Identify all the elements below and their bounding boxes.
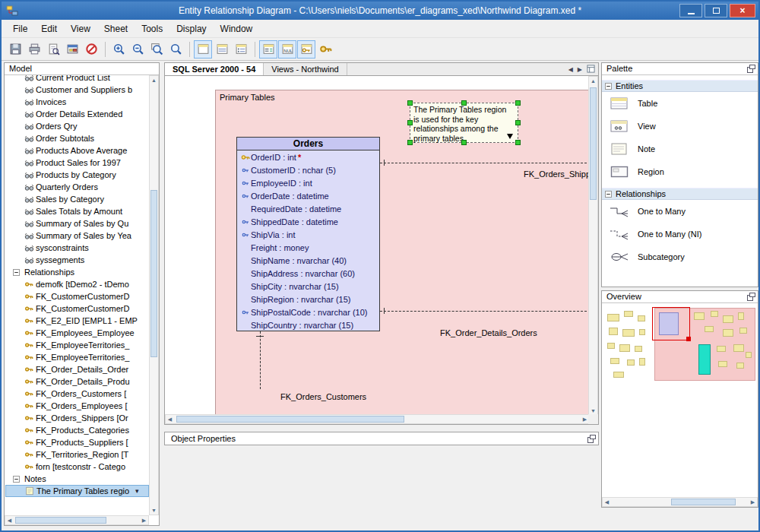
note[interactable]: The Primary Tables region is used for th…	[410, 103, 518, 143]
tree-item-relationship[interactable]: FK_Territories_Region [T	[5, 448, 149, 461]
tree-item-relationship[interactable]: FK_EmployeeTerritories_	[5, 339, 149, 351]
menu-file[interactable]: File	[6, 20, 34, 38]
tree-item-relationship[interactable]: FK_Products_Categories	[5, 424, 149, 436]
tree-item-relationship[interactable]: FK_Order_Details_Order	[5, 363, 149, 375]
overview-horizontal-scrollbar[interactable]: ◀ ▶	[602, 497, 758, 507]
float-panel-icon[interactable]	[587, 434, 596, 447]
menu-view[interactable]: View	[64, 20, 97, 38]
tree-item-view[interactable]: Sales by Category	[5, 193, 149, 205]
minimap-viewport[interactable]	[652, 307, 690, 340]
tree-item-view[interactable]: Orders Qry	[5, 120, 149, 132]
show-nullability-button[interactable]: NUL	[278, 40, 296, 59]
entity-field[interactable]: ShipVia : int	[237, 228, 379, 241]
minimize-button[interactable]	[679, 4, 702, 17]
scroll-down-icon[interactable]: ▼	[150, 506, 158, 515]
menu-window[interactable]: Window	[214, 20, 260, 38]
minus-box-icon[interactable]	[605, 83, 612, 90]
diagram-canvas[interactable]: Primary Tables FK_Orders_Shippers FK_Ord…	[164, 75, 599, 425]
tree-item-relationship[interactable]: FK_Orders_Customers [	[5, 388, 149, 400]
relationship-line-fk-orders-customers[interactable]	[260, 331, 261, 389]
scroll-left-icon[interactable]: ◀	[603, 498, 611, 506]
selection-handle[interactable]	[407, 140, 413, 145]
zoom-out-button[interactable]	[128, 40, 147, 59]
menu-sheet[interactable]: Sheet	[97, 20, 135, 38]
orders-entity-title[interactable]: Orders	[237, 138, 379, 150]
scroll-left-icon[interactable]: ◀	[166, 415, 174, 423]
tree-item-note-selected[interactable]: The Primary Tables regio▾	[5, 485, 149, 497]
entity-field[interactable]: RequiredDate : datetime	[237, 202, 379, 215]
tree-item-relationship[interactable]: FK_E2_EID [EMPL1 - EMP	[5, 315, 149, 327]
entity-field[interactable]: CustomerID : nchar (5)	[237, 163, 379, 176]
selection-handle[interactable]	[515, 100, 521, 106]
palette-item-subcategory[interactable]: Subcategory	[602, 245, 758, 268]
tree-item-view[interactable]: Quarterly Orders	[5, 181, 149, 193]
tree-item-view[interactable]: Product Sales for 1997	[5, 157, 149, 169]
entity-field[interactable]: ShipName : nvarchar (40)	[237, 254, 379, 267]
tree-item-relationship[interactable]: FK_Products_Suppliers [	[5, 436, 149, 448]
scroll-right-icon[interactable]: ▶	[140, 516, 148, 524]
menu-display[interactable]: Display	[169, 20, 213, 38]
canvas-content[interactable]: Primary Tables FK_Orders_Shippers FK_Ord…	[165, 76, 590, 416]
float-panel-icon[interactable]	[747, 65, 755, 76]
close-button[interactable]: ×	[730, 4, 755, 17]
palette-item-table[interactable]: Table	[602, 92, 758, 115]
scroll-up-icon[interactable]: ▲	[150, 76, 158, 84]
palette-item-view[interactable]: View	[602, 115, 758, 138]
scroll-up-icon[interactable]: ▲	[589, 77, 597, 85]
minus-box-icon[interactable]	[605, 191, 612, 198]
selection-handle[interactable]	[407, 120, 413, 125]
save-button[interactable]	[6, 40, 24, 59]
scroll-right-icon[interactable]: ▶	[749, 498, 757, 506]
print-button[interactable]	[25, 40, 43, 59]
tree-item-view[interactable]: Customer and Suppliers b	[5, 84, 149, 96]
tree-item-relationship[interactable]: forn [testconstr - Catego	[5, 461, 149, 473]
scroll-thumb[interactable]	[590, 87, 597, 200]
cancel-button[interactable]	[82, 40, 100, 59]
selection-handle[interactable]	[461, 140, 467, 145]
menu-tools[interactable]: Tools	[135, 20, 169, 38]
scroll-thumb[interactable]	[15, 517, 106, 524]
primary-tables-region[interactable]: Primary Tables FK_Orders_Shippers FK_Ord…	[215, 90, 590, 416]
float-panel-icon[interactable]	[747, 293, 755, 304]
entity-field[interactable]: ShipCity : nvarchar (15)	[237, 280, 379, 293]
entity-field[interactable]: ShippedDate : datetime	[237, 215, 379, 228]
tree-item-view[interactable]: Sales Totals by Amount	[5, 205, 149, 217]
canvas-vertical-scrollbar[interactable]: ▲ ▼	[588, 76, 598, 416]
titlebar[interactable]: Entity Relationship Diagram - C:\Users\n…	[2, 2, 758, 20]
relationship-line-fk-orders-shippers[interactable]	[380, 163, 590, 163]
orders-entity[interactable]: Orders OrderID : int*CustomerID : nchar …	[236, 137, 380, 331]
entity-field[interactable]: ShipCountry : nvarchar (15)	[237, 318, 379, 331]
palette-section-entities[interactable]: Entities	[602, 80, 758, 92]
entity-field[interactable]: OrderID : int*	[237, 150, 379, 163]
selection-handle[interactable]	[515, 120, 521, 125]
tree-item-relationship[interactable]: FK_EmployeeTerritories_	[5, 351, 149, 363]
maximize-button[interactable]	[705, 4, 727, 17]
palette-item-note[interactable]: Note	[602, 138, 758, 160]
show-keys-button[interactable]	[297, 40, 315, 59]
tab-scroll-left-icon[interactable]: ◀	[568, 66, 573, 73]
sheet-list-icon[interactable]	[587, 65, 595, 74]
tree-item-view[interactable]: Summary of Sales by Qu	[5, 217, 149, 230]
zoom-in-button[interactable]	[109, 40, 128, 59]
palette-item-one-to-many[interactable]: One to Many	[602, 200, 758, 223]
tree-item-view[interactable]: Invoices	[5, 96, 149, 108]
palette-item-region[interactable]: Region	[602, 160, 758, 183]
tree-item-view[interactable]: syssegments	[5, 254, 149, 266]
model-tree-vertical-scrollbar[interactable]: ▲ ▼	[149, 75, 159, 515]
entity-field[interactable]: EmployeeID : int	[237, 176, 379, 189]
tree-item-view[interactable]: Products by Category	[5, 169, 149, 181]
tree-item-relationship[interactable]: FK_Orders_Employees [	[5, 400, 149, 412]
print-preview-button[interactable]	[44, 40, 62, 59]
relationship-line-fk-order-details-orders[interactable]	[380, 311, 590, 312]
minus-box-icon[interactable]	[11, 476, 21, 483]
menu-edit[interactable]: Edit	[34, 20, 64, 38]
palette-section-relationships[interactable]: Relationships	[602, 188, 758, 200]
tree-item-view[interactable]: Order Details Extended	[5, 108, 149, 120]
tab-views-northwind[interactable]: Views - Northwind	[264, 63, 347, 75]
entity-field[interactable]: ShipRegion : nvarchar (15)	[237, 293, 379, 306]
tree-item-view[interactable]: Summary of Sales by Yea	[5, 230, 149, 242]
tree-node-relationships[interactable]: Relationships	[5, 266, 149, 278]
tree-item-view[interactable]: Products Above Average	[5, 144, 149, 157]
selection-handle[interactable]	[461, 100, 467, 106]
tree-node-notes[interactable]: Notes	[5, 473, 149, 485]
